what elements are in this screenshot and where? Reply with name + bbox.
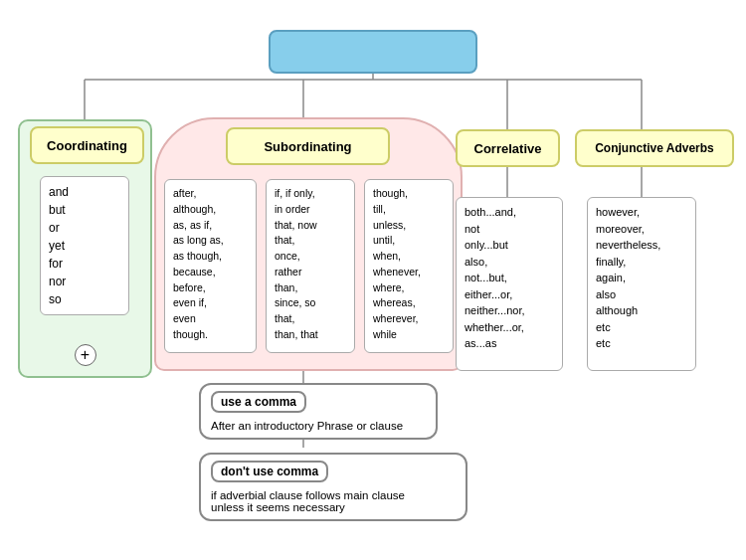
title-node xyxy=(269,30,477,74)
correlative-label: Correlative xyxy=(456,129,560,167)
sub-col3: though, till, unless, until, when, whene… xyxy=(364,179,454,353)
coordinating-content: and but or yet for nor so xyxy=(40,176,129,315)
coordinating-label: Coordinating xyxy=(30,126,144,164)
conjunctive-content: however, moreover, nevertheless, finally… xyxy=(587,197,696,371)
sub-col1: after, although, as, as if, as long as, … xyxy=(164,179,257,353)
subordinating-label: Subordinating xyxy=(226,127,390,165)
no-comma-title: don't use comma xyxy=(211,461,328,482)
use-comma-title: use a comma xyxy=(211,391,306,413)
no-comma-box: don't use comma if adverbial clause foll… xyxy=(199,453,467,521)
use-comma-text: After an introductory Phrase or clause xyxy=(211,420,426,432)
no-comma-text: if adverbial clause follows main clause … xyxy=(211,489,456,513)
use-comma-box: use a comma After an introductory Phrase… xyxy=(199,383,438,440)
diagram: Coordinating and but or yet for nor so +… xyxy=(0,0,746,560)
conjunctive-label: Conjunctive Adverbs xyxy=(575,129,734,167)
add-icon[interactable]: + xyxy=(75,344,96,366)
sub-col2: if, if only, in order that, now that, on… xyxy=(266,179,355,353)
subordinating-group: Subordinating after, although, as, as if… xyxy=(154,117,463,371)
correlative-content: both...and, not only...but also, not...b… xyxy=(456,197,563,371)
coordinating-group: Coordinating and but or yet for nor so + xyxy=(18,119,152,378)
